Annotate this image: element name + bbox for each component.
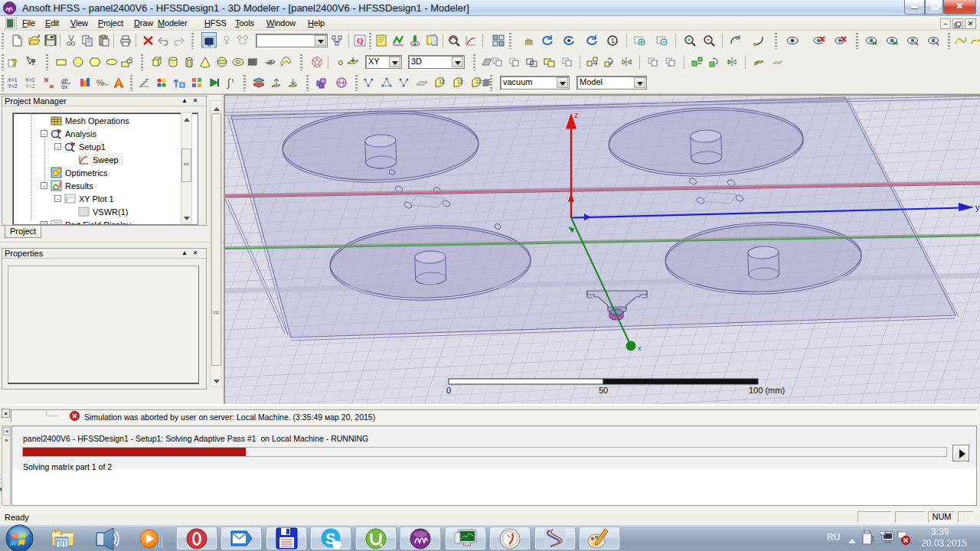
svg-text:12: 12 [457, 79, 463, 84]
svg-text:X=1: X=1 [25, 77, 35, 83]
svg-text:y: y [975, 203, 980, 212]
svg-text:0: 0 [446, 386, 451, 395]
svg-text:∫: ∫ [227, 77, 231, 89]
svg-text:X=1: X=1 [8, 77, 18, 83]
svg-text:dx: dx [61, 83, 67, 89]
svg-text:%: % [96, 78, 104, 87]
svg-text:100 (mm): 100 (mm) [749, 386, 785, 395]
svg-text:Q: Q [357, 36, 364, 45]
svg-text:1: 1 [611, 37, 615, 44]
svg-text:S: S [325, 530, 335, 547]
svg-text:x: x [638, 344, 642, 352]
svg-text:t: t [232, 78, 234, 83]
svg-text:Y=2: Y=2 [8, 83, 18, 89]
svg-text:12: 12 [439, 79, 445, 84]
svg-text:?: ? [31, 57, 36, 67]
svg-text:z: z [574, 110, 579, 119]
svg-text:?: ? [11, 57, 17, 68]
svg-text:50: 50 [599, 386, 608, 395]
svg-text:Y=2: Y=2 [25, 83, 35, 89]
